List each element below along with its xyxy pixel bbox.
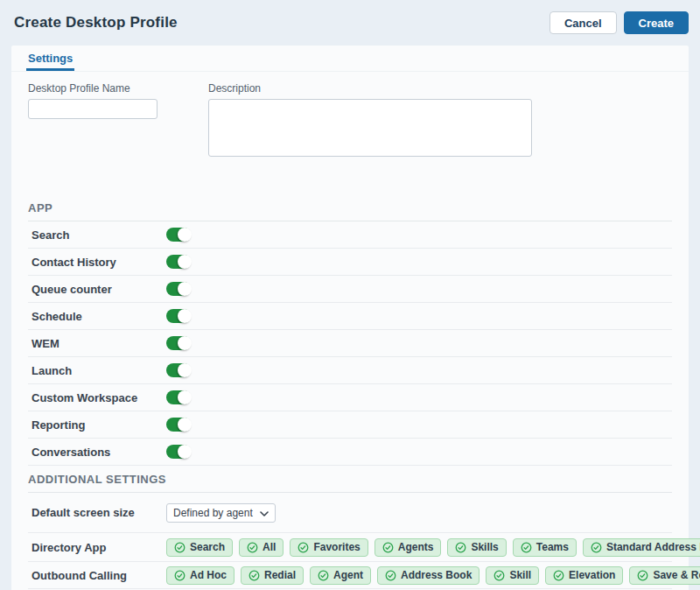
check-circle-icon	[298, 542, 309, 553]
chip-label: Redial	[264, 569, 296, 581]
description-field: Description	[208, 82, 532, 160]
app-toggle-label: Contact History	[32, 256, 166, 269]
chip-label: All	[262, 541, 276, 553]
chip-label: Favorites	[313, 541, 360, 553]
default-screen-size-select[interactable]: Defined by agent	[166, 503, 276, 523]
app-toggle-row: Contact History	[28, 249, 672, 276]
additional-settings-title: ADDITIONAL SETTINGS	[28, 466, 672, 493]
create-button[interactable]: Create	[624, 11, 689, 34]
toggle-switch-on[interactable]	[166, 336, 191, 350]
tab-settings[interactable]: Settings	[26, 46, 74, 71]
check-circle-icon	[385, 570, 396, 581]
toggle-knob	[178, 390, 192, 404]
chip-label: Standard Address Book	[606, 541, 700, 553]
toggle-knob	[178, 309, 192, 323]
app-toggle-label: Queue counter	[32, 283, 166, 296]
settings-card: Settings Desktop Profile Name Descriptio…	[11, 46, 689, 590]
profile-name-input[interactable]	[28, 99, 158, 119]
description-label: Description	[208, 82, 532, 95]
outbound-calling-label: Outbound Calling	[32, 569, 166, 582]
app-toggle-label: Schedule	[32, 310, 166, 323]
check-circle-icon	[382, 542, 394, 553]
check-circle-icon	[521, 542, 532, 553]
default-screen-size-row: Default screen size Defined by agent	[28, 493, 672, 533]
app-toggle-row: Schedule	[28, 303, 672, 330]
app-toggle-row: Queue counter	[28, 276, 672, 303]
outbound-calling-chip[interactable]: Redial	[241, 566, 304, 585]
page-title: Create Desktop Profile	[14, 14, 178, 32]
outbound-calling-chip[interactable]: Save & Redial	[629, 566, 700, 585]
directory-app-chip[interactable]: Agents	[374, 538, 442, 557]
chip-label: Skills	[471, 541, 498, 553]
directory-app-chip[interactable]: Skills	[447, 538, 506, 557]
toggle-switch-on[interactable]	[166, 282, 191, 296]
check-circle-icon	[591, 542, 602, 553]
app-toggle-label: Conversations	[32, 446, 166, 459]
app-toggle-row: WEM	[28, 330, 672, 357]
directory-app-label: Directory App	[32, 541, 166, 554]
directory-app-chip[interactable]: Search	[166, 538, 233, 557]
toggle-switch-on[interactable]	[166, 390, 191, 404]
select-value: Defined by agent	[173, 507, 253, 519]
check-circle-icon	[248, 570, 260, 581]
toggle-switch-on[interactable]	[166, 255, 191, 269]
outbound-calling-chip[interactable]: Elevation	[545, 566, 623, 585]
directory-app-chips: Search All Favorites Agents	[166, 538, 700, 557]
chip-label: Ad Hoc	[190, 569, 227, 581]
chip-label: Teams	[536, 541, 569, 553]
chip-label: Save & Redial	[653, 569, 700, 581]
app-toggle-row: Custom Workspace	[28, 384, 672, 411]
check-circle-icon	[247, 542, 258, 553]
outbound-calling-chip[interactable]: Ad Hoc	[166, 566, 234, 585]
toggle-switch-on[interactable]	[166, 228, 191, 242]
app-toggle-label: Custom Workspace	[32, 391, 166, 404]
tab-bar: Settings	[11, 46, 689, 72]
description-textarea[interactable]	[208, 99, 532, 157]
app-toggle-label: Launch	[32, 364, 166, 377]
check-circle-icon	[318, 570, 329, 581]
profile-name-field: Desktop Profile Name	[28, 82, 158, 160]
toggle-knob	[178, 445, 192, 459]
directory-app-chip[interactable]: Standard Address Book	[583, 538, 700, 557]
default-screen-size-label: Default screen size	[32, 506, 166, 519]
app-toggle-label: WEM	[32, 337, 166, 350]
toggle-knob	[178, 336, 192, 350]
check-circle-icon	[637, 570, 648, 581]
header-actions: Cancel Create	[550, 11, 689, 34]
toggle-switch-on[interactable]	[166, 445, 191, 459]
app-toggle-label: Search	[32, 228, 166, 242]
toggle-switch-on[interactable]	[166, 363, 191, 377]
directory-app-chip[interactable]: Favorites	[290, 538, 368, 557]
toggle-knob	[178, 363, 192, 377]
app-toggle-row: Search	[28, 221, 672, 249]
directory-app-chip[interactable]: Teams	[513, 538, 577, 557]
app-toggle-list: Search Contact History Queue counter Sch…	[28, 221, 672, 466]
toggle-knob	[178, 255, 192, 269]
toggle-switch-on[interactable]	[166, 418, 191, 432]
check-circle-icon	[174, 542, 186, 553]
directory-app-chip[interactable]: All	[239, 538, 284, 557]
outbound-calling-row: Outbound Calling Ad Hoc Redial	[28, 562, 672, 589]
toggle-knob	[178, 282, 192, 296]
outbound-calling-chip[interactable]: Address Book	[377, 566, 480, 585]
chevron-down-icon	[260, 507, 269, 519]
app-toggle-row: Reporting	[28, 411, 672, 439]
outbound-calling-chip[interactable]: Agent	[310, 566, 371, 585]
outbound-calling-chip[interactable]: Skill	[486, 566, 539, 585]
settings-content: Desktop Profile Name Description APP Sea…	[11, 82, 689, 589]
chip-label: Skill	[509, 569, 531, 581]
chip-label: Address Book	[401, 569, 472, 581]
app-section-title: APP	[28, 201, 672, 221]
check-circle-icon	[553, 570, 564, 581]
app-toggle-row: Launch	[28, 357, 672, 384]
page-header: Create Desktop Profile Cancel Create	[0, 0, 700, 46]
app-toggle-label: Reporting	[32, 418, 166, 432]
cancel-button[interactable]: Cancel	[550, 11, 617, 34]
check-circle-icon	[494, 570, 505, 581]
chip-label: Elevation	[569, 569, 615, 581]
toggle-knob	[178, 418, 192, 432]
toggle-switch-on[interactable]	[166, 309, 191, 323]
chip-label: Search	[190, 541, 225, 553]
chip-label: Agents	[398, 541, 434, 553]
check-circle-icon	[455, 542, 466, 553]
